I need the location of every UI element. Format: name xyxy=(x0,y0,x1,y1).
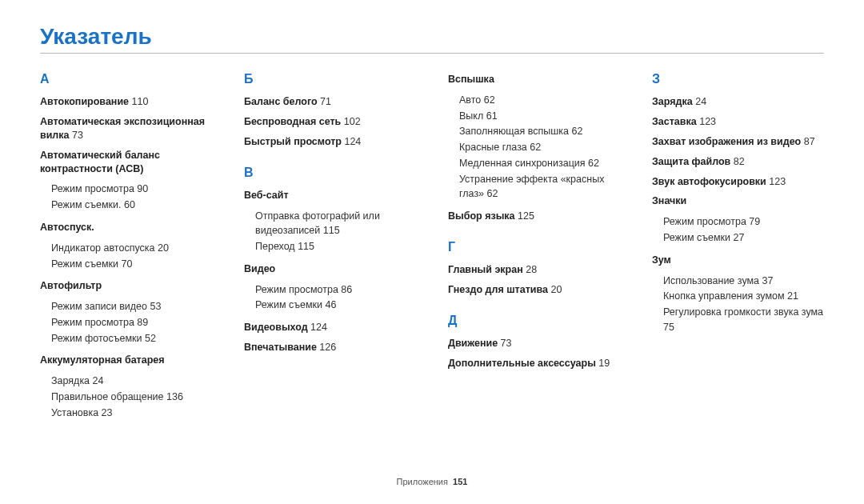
index-entry: Гнездо для штатива 20 xyxy=(448,283,620,297)
index-subentry-text: Режим просмотра xyxy=(51,183,134,194)
index-subentry: Заполняющая вспышка 62 xyxy=(448,124,620,139)
index-subentry: Режим съемки. 60 xyxy=(40,198,212,213)
index-entry: Впечатывание 126 xyxy=(244,341,416,354)
index-subentry-text: Зарядка xyxy=(51,375,90,386)
index-term: Значки xyxy=(652,195,686,206)
index-page-ref: 62 xyxy=(527,142,541,153)
index-subentry-text: Регулировка громкости звука зума xyxy=(663,306,823,318)
index-term: Захват изображения из видео xyxy=(652,136,801,147)
index-term: Звук автофокусировки xyxy=(652,176,766,187)
index-entry: Видеовыход 124 xyxy=(244,321,416,334)
index-column: ААвтокопирование 110Автоматическая экспо… xyxy=(40,73,212,422)
index-page-ref: 87 xyxy=(801,136,814,147)
index-entry: Выбор языка 125 xyxy=(448,210,620,223)
index-page-ref: 61 xyxy=(483,110,497,122)
index-page-ref: 115 xyxy=(320,225,339,236)
index-subentry: Красные глаза 62 xyxy=(448,140,620,155)
index-subentry-text: Медленная синхронизация xyxy=(459,158,586,169)
index-entry: Баланс белого 71 xyxy=(244,95,416,109)
index-page-ref: 123 xyxy=(766,176,786,187)
index-entry: Зум xyxy=(652,254,824,267)
index-term: Движение xyxy=(448,338,498,349)
index-subentry-text: Использование зума xyxy=(663,275,759,286)
index-page-ref: 75 xyxy=(663,322,674,333)
index-subentry-text: Режим фотосъемки xyxy=(51,333,142,344)
index-subentry-text: Выкл xyxy=(459,110,483,122)
page-title: Указатель xyxy=(40,24,824,50)
index-entry: Захват изображения из видео 87 xyxy=(652,135,824,149)
index-page-ref: 20 xyxy=(548,284,562,295)
page-root: Указатель ААвтокопирование 110Автоматиче… xyxy=(0,0,864,504)
footer-page-number: 151 xyxy=(453,477,467,486)
index-subentry-text: Красные глаза xyxy=(459,142,527,153)
index-page-ref: 115 xyxy=(295,241,314,252)
index-term: Впечатывание xyxy=(244,342,317,353)
index-subentry-text: Авто xyxy=(459,94,481,106)
page-footer: Приложения 151 xyxy=(0,477,864,486)
index-page-ref: 73 xyxy=(498,338,511,349)
index-subentry: Режим просмотра 86 xyxy=(244,282,416,298)
index-entry: Быстрый просмотр 124 xyxy=(244,135,416,149)
index-subentry-text: Кнопка управления зумом xyxy=(663,290,785,302)
index-term: Главный экран xyxy=(448,264,523,275)
index-entry: Главный экран 28 xyxy=(448,263,620,277)
index-term: Заставка xyxy=(652,116,697,127)
index-column: ЗЗарядка 24Заставка 123Захват изображени… xyxy=(652,73,824,422)
index-term: Автоматический баланс контрастности (АСВ… xyxy=(40,150,160,174)
index-entry: Значки xyxy=(652,194,824,208)
index-term: Быстрый просмотр xyxy=(244,136,342,147)
index-page-ref: 90 xyxy=(134,183,148,194)
index-subentry: Режим просмотра 90 xyxy=(40,182,212,197)
index-subentry-text: Режим просмотра xyxy=(51,317,134,328)
index-page-ref: 27 xyxy=(730,232,744,243)
index-entry: Вспышка xyxy=(448,73,620,86)
index-term: Автоматическая экспозиционная вилка xyxy=(40,116,205,141)
index-page-ref: 24 xyxy=(693,96,706,107)
index-subentry: Режим съемки 27 xyxy=(652,230,824,246)
index-letter: В xyxy=(244,166,416,179)
index-subentry: Переход 115 xyxy=(244,239,416,254)
index-letter: А xyxy=(40,73,212,86)
index-subentry: Режим просмотра 89 xyxy=(40,315,212,330)
index-term: Зарядка xyxy=(652,96,693,107)
index-term: Вспышка xyxy=(448,74,494,85)
index-page-ref: 82 xyxy=(730,156,744,167)
index-page-ref: 102 xyxy=(341,116,360,127)
footer-section: Приложения xyxy=(397,477,448,486)
index-page-ref: 71 xyxy=(318,96,331,107)
index-page-ref: 21 xyxy=(785,290,798,302)
index-letter: Д xyxy=(448,314,620,327)
index-subentry-text: Режим просмотра xyxy=(255,284,338,295)
index-term: Автоспуск. xyxy=(40,222,94,233)
index-term: Гнездо для штатива xyxy=(448,284,548,295)
index-term: Видеовыход xyxy=(244,322,308,333)
index-page-ref: 52 xyxy=(142,333,156,344)
index-column: ВспышкаАвто 62Выкл 61Заполняющая вспышка… xyxy=(448,73,620,422)
index-term: Автокопирование xyxy=(40,96,129,107)
index-term: Зум xyxy=(652,254,671,266)
index-entry: Защита файлов 82 xyxy=(652,155,824,169)
index-subentry: Режим фотосъемки 52 xyxy=(40,331,212,346)
index-term: Автофильтр xyxy=(40,280,102,291)
index-entry: Дополнительные аксессуары 19 xyxy=(448,357,620,370)
index-subentry-text: Установка xyxy=(51,407,98,418)
index-columns: ААвтокопирование 110Автоматическая экспо… xyxy=(40,73,824,422)
index-subentry: Кнопка управления зумом 21 xyxy=(652,289,824,304)
index-subentry: Медленная синхронизация 62 xyxy=(448,156,620,171)
index-entry: Звук автофокусировки 123 xyxy=(652,175,824,189)
index-subentry: Зарядка 24 xyxy=(40,374,212,389)
index-page-ref: 124 xyxy=(342,136,361,147)
index-subentry-text: Индикатор автоспуска xyxy=(51,242,154,254)
index-column: ББаланс белого 71Беспроводная сеть 102Бы… xyxy=(244,73,416,422)
index-page-ref: 20 xyxy=(154,242,168,254)
index-entry: Зарядка 24 xyxy=(652,95,824,109)
index-entry: Видео xyxy=(244,262,416,276)
index-page-ref: 86 xyxy=(338,284,352,295)
index-subentry: Выкл 61 xyxy=(448,109,620,124)
index-entry: Аккумуляторная батарея xyxy=(40,354,212,367)
index-subentry: Установка 23 xyxy=(40,406,212,421)
index-subentry-text: Правильное обращение xyxy=(51,391,164,402)
index-term: Аккумуляторная батарея xyxy=(40,354,165,366)
index-subentry: Режим просмотра 79 xyxy=(652,214,824,230)
index-page-ref: 124 xyxy=(308,322,327,333)
